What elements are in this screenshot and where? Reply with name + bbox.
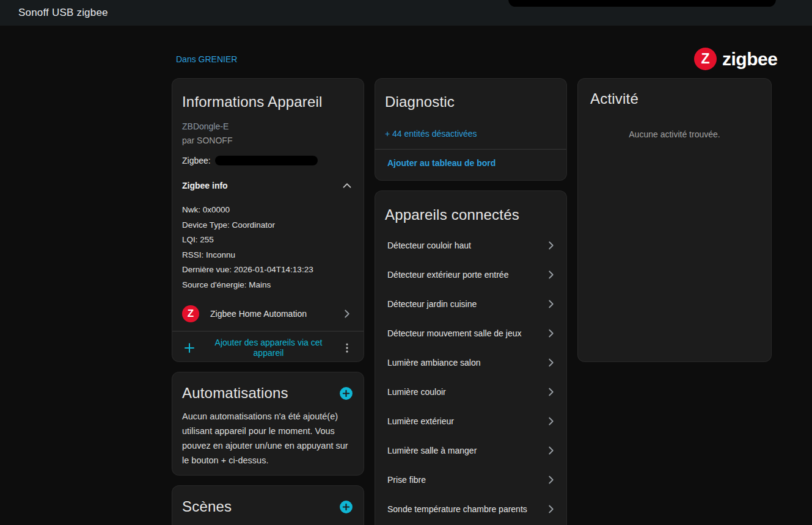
chevron-right-icon bbox=[544, 327, 558, 340]
automations-card: Automatisations Aucun automatisations n'… bbox=[172, 372, 364, 476]
overflow-menu-button[interactable] bbox=[340, 341, 354, 355]
chevron-right-icon bbox=[544, 473, 558, 487]
zigbee-logo-icon: Z bbox=[694, 48, 717, 70]
zigbee-address-line: Zigbee: bbox=[182, 156, 354, 165]
chevron-up-icon bbox=[340, 179, 354, 192]
device-row[interactable]: Lumière extérieur bbox=[375, 407, 566, 436]
chevron-right-icon bbox=[544, 239, 558, 252]
add-automation-button[interactable] bbox=[338, 386, 354, 401]
device-row[interactable]: Lumière salle à manger bbox=[375, 436, 566, 465]
detail-nwk: Nwk: 0x0000 bbox=[182, 203, 354, 218]
activity-card: Activité Aucune activité trouvée. bbox=[577, 78, 772, 362]
device-row-label: Lumière ambiance salon bbox=[387, 358, 481, 368]
device-info-title: Informations Appareil bbox=[182, 93, 354, 110]
device-row-label: Lumière salle à manger bbox=[387, 446, 477, 455]
activity-title: Activité bbox=[578, 79, 771, 107]
app-header: Sonoff USB zigbee bbox=[0, 0, 812, 26]
redacted-zigbee-address bbox=[215, 156, 318, 165]
divider bbox=[375, 149, 566, 150]
device-row-label: Lumière extérieur bbox=[387, 416, 454, 426]
diagnostic-card: Diagnostic + 44 entités désactivées Ajou… bbox=[375, 78, 567, 181]
device-model: ZBDongle-E bbox=[182, 121, 354, 131]
zigbee-brand-name: zigbee bbox=[722, 49, 777, 70]
zigbee-info-expander[interactable]: Zigbee info bbox=[182, 179, 354, 192]
device-info-card: Informations Appareil ZBDongle-E par SON… bbox=[172, 78, 364, 362]
device-row-label: Détecteur mouvement salle de jeux bbox=[387, 328, 521, 338]
add-scene-button[interactable] bbox=[338, 499, 354, 515]
detail-power-source: Source d'énergie: Mains bbox=[182, 278, 354, 293]
plus-icon bbox=[182, 341, 197, 355]
device-row[interactable]: Détecteur extérieur porte entrée bbox=[375, 260, 566, 289]
device-row[interactable]: Prise fibre bbox=[375, 465, 566, 494]
automations-title: Automatisations bbox=[182, 385, 288, 402]
device-row[interactable]: Détecteur jardin cuisine bbox=[375, 289, 566, 319]
redacted-region bbox=[508, 0, 776, 7]
add-devices-row: Ajouter des appareils via cet appareil bbox=[172, 331, 364, 362]
chevron-right-icon bbox=[544, 297, 558, 311]
device-row-label: Détecteur couloir haut bbox=[387, 241, 471, 250]
chevron-right-icon bbox=[544, 415, 558, 428]
zigbee-brand: Z zigbee bbox=[694, 48, 777, 70]
connected-devices-list: Détecteur couloir haut Détecteur extérie… bbox=[375, 230, 566, 525]
chevron-right-icon bbox=[340, 307, 354, 320]
screen: Sonoff USB zigbee Dans GRENIER Z zigbee … bbox=[0, 0, 812, 525]
device-row-label: Prise fibre bbox=[387, 475, 426, 485]
device-row[interactable]: Lumière couloir bbox=[375, 377, 566, 407]
chevron-right-icon bbox=[544, 268, 558, 281]
connected-devices-card: Appareils connectés Détecteur couloir ha… bbox=[375, 190, 567, 525]
device-row-label: Détecteur extérieur porte entrée bbox=[387, 270, 508, 280]
detail-lqi: LQI: 255 bbox=[182, 233, 354, 248]
chevron-right-icon bbox=[544, 385, 558, 399]
zigbee-integration-icon: Z bbox=[182, 305, 199, 322]
detail-device-type: Device Type: Coordinator bbox=[182, 218, 354, 233]
detail-last-seen: Dernière vue: 2026-01-04T14:13:23 bbox=[182, 262, 354, 278]
device-row-label: Détecteur jardin cuisine bbox=[387, 299, 477, 309]
chevron-right-icon bbox=[544, 356, 558, 369]
chevron-right-icon bbox=[544, 444, 558, 457]
scenes-title: Scènes bbox=[182, 498, 232, 515]
disabled-entities-link[interactable]: + 44 entités désactivées bbox=[385, 129, 477, 139]
page-title: Sonoff USB zigbee bbox=[18, 7, 108, 19]
device-row[interactable]: Détecteur couloir haut bbox=[375, 231, 566, 260]
device-row[interactable]: Sonde température chambre parents bbox=[375, 494, 566, 524]
detail-rssi: RSSI: Inconnu bbox=[182, 248, 354, 263]
device-manufacturer: par SONOFF bbox=[182, 136, 354, 145]
breadcrumb-area-link[interactable]: Dans GRENIER bbox=[176, 54, 237, 64]
automations-empty-text: Aucun automatisations n'a été ajouté(e) … bbox=[172, 407, 364, 476]
activity-empty-text: Aucune activité trouvée. bbox=[578, 129, 771, 139]
integration-label: Zigbee Home Automation bbox=[210, 309, 340, 319]
diagnostic-title: Diagnostic bbox=[385, 93, 557, 110]
device-row[interactable]: Détecteur mouvement salle de jeux bbox=[375, 319, 566, 348]
add-devices-button[interactable]: Ajouter des appareils via cet appareil bbox=[197, 338, 340, 358]
zigbee-address-label: Zigbee: bbox=[182, 156, 211, 165]
zigbee-info-expander-label: Zigbee info bbox=[182, 181, 228, 190]
device-row-label: Lumière couloir bbox=[387, 387, 446, 397]
integration-row-zha[interactable]: Z Zigbee Home Automation bbox=[182, 300, 354, 327]
connected-devices-title: Appareils connectés bbox=[375, 191, 566, 230]
device-row[interactable]: Lumière ambiance salon bbox=[375, 348, 566, 377]
scenes-card: Scènes bbox=[172, 485, 364, 525]
device-row-label: Sonde température chambre parents bbox=[387, 504, 527, 514]
zigbee-details: Nwk: 0x0000 Device Type: Coordinator LQI… bbox=[182, 203, 354, 292]
chevron-right-icon bbox=[544, 502, 558, 516]
add-to-dashboard-link[interactable]: Ajouter au tableau de bord bbox=[387, 158, 496, 168]
